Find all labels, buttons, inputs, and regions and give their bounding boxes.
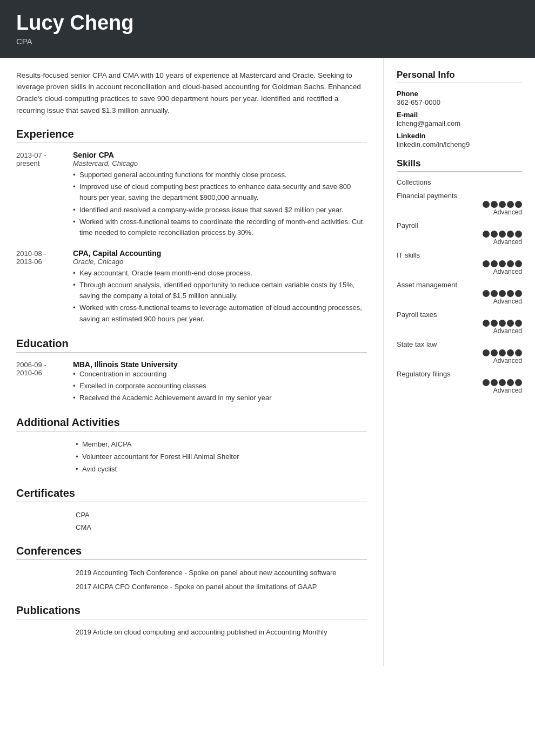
header: Lucy Cheng CPA	[0, 0, 535, 58]
skill-dot	[499, 231, 506, 238]
skill-dots-row	[397, 320, 522, 327]
cert-list: CPACMA	[16, 510, 367, 533]
skill-dot	[499, 379, 506, 386]
left-column: Results-focused senior CPA and CMA with …	[0, 58, 384, 666]
skill-name: State tax law	[397, 340, 522, 348]
experience-date: 2013-07 -present	[16, 151, 73, 239]
experience-date: 2010-08 -2013-06	[16, 249, 73, 326]
skill-dot	[499, 201, 506, 208]
experience-title: Experience	[16, 128, 367, 140]
skill-dots-row	[397, 231, 522, 238]
edu-bullet-item: Excelled in corporate accounting classes	[73, 381, 367, 392]
conf-item: 2019 Accounting Tech Conference - Spoke …	[76, 568, 367, 578]
edu-bullets: Concentration in accountingExcelled in c…	[73, 369, 367, 403]
skill-level: Advanced	[397, 357, 522, 364]
education-divider	[16, 352, 367, 353]
skill-dot	[515, 320, 522, 327]
linkedin-value: linkedin.com/in/lcheng9	[397, 140, 522, 148]
skill-dot	[507, 260, 514, 267]
publications-divider	[16, 619, 367, 619]
publications-section: Publications 2019 Article on cloud compu…	[16, 604, 367, 638]
skill-dot	[515, 290, 522, 297]
skill-dot	[515, 349, 522, 356]
skill-dot	[507, 349, 514, 356]
skill-item: Payroll taxes Advanced	[397, 310, 522, 335]
edu-bullet-item: Received the Academic Achievement award …	[73, 393, 367, 403]
activity-item: Member, AICPA	[76, 439, 367, 450]
experience-list: 2013-07 -present Senior CPA Mastercard, …	[16, 151, 367, 326]
skill-dot	[515, 201, 522, 208]
skill-dot	[483, 290, 490, 297]
main-layout: Results-focused senior CPA and CMA with …	[0, 58, 535, 666]
skill-item: Payroll Advanced	[397, 221, 522, 246]
conferences-section: Conferences 2019 Accounting Tech Confere…	[16, 545, 367, 592]
skill-dot	[499, 260, 506, 267]
skill-level: Advanced	[397, 327, 522, 335]
skill-name: IT skills	[397, 251, 522, 259]
skill-dot	[491, 320, 498, 327]
education-section: Education 2006-09 -2010-06 MBA, Illinois…	[16, 338, 367, 404]
skill-level: Advanced	[397, 387, 522, 394]
skill-item: Asset management Advanced	[397, 281, 522, 305]
cert-item: CPA	[76, 510, 367, 521]
skill-dot	[507, 290, 514, 297]
bullet-item: Improved use of cloud computing best pra…	[73, 181, 367, 203]
skills-title: Skills	[397, 158, 522, 169]
bullet-item: Key accountant, Oracle team month-end cl…	[73, 268, 367, 279]
skill-name: Collections	[397, 178, 522, 186]
bullet-item: Identified and resolved a company-wide p…	[73, 205, 367, 215]
experience-item: 2010-08 -2013-06 CPA, Capital Accounting…	[16, 249, 367, 326]
skills-divider	[397, 171, 522, 172]
skill-item: Collections	[397, 178, 522, 186]
skill-dot	[483, 349, 490, 356]
skill-item: Regulatory filings Advanced	[397, 370, 522, 394]
skill-dot	[515, 260, 522, 267]
bullet-item: Supported general accounting functions f…	[73, 170, 367, 180]
skill-name: Payroll taxes	[397, 310, 522, 319]
skill-dot	[507, 201, 514, 208]
job-title: CPA, Capital Accounting	[73, 249, 367, 258]
education-item: 2006-09 -2010-06 MBA, Illinois State Uni…	[16, 360, 367, 404]
skill-dot	[515, 379, 522, 386]
skill-level: Advanced	[397, 268, 522, 275]
personal-info-title: Personal Info	[397, 70, 522, 80]
experience-content: CPA, Capital Accounting Oracle, Chicago …	[73, 249, 367, 326]
activity-item: Avid cyclist	[76, 464, 367, 475]
skill-dot	[491, 290, 498, 297]
skill-dot	[483, 379, 490, 386]
skill-dot	[491, 260, 498, 267]
email-label: E-mail	[397, 111, 522, 119]
cert-item: CMA	[76, 522, 367, 533]
bullet-item: Worked with cross-functional teams to le…	[73, 302, 367, 324]
experience-divider	[16, 143, 367, 143]
pub-list: 2019 Article on cloud computing and acco…	[16, 627, 367, 638]
skill-level: Advanced	[397, 238, 522, 246]
skill-dots-row	[397, 260, 522, 267]
skill-name: Payroll	[397, 221, 522, 230]
skills-section: Skills Collections Financial payments Ad…	[397, 158, 522, 394]
skill-dots-row	[397, 379, 522, 386]
skill-item: Financial payments Advanced	[397, 192, 522, 216]
header-name: Lucy Cheng	[16, 12, 519, 35]
personal-info-section: Personal Info Phone 362-657-0000 E-mail …	[397, 70, 522, 148]
skill-dots-row	[397, 201, 522, 208]
skill-dot	[507, 320, 514, 327]
skill-dot	[499, 290, 506, 297]
skill-item: IT skills Advanced	[397, 251, 522, 275]
conferences-divider	[16, 559, 367, 560]
skill-dot	[483, 260, 490, 267]
education-content: MBA, Illinois State University Concentra…	[73, 360, 367, 404]
skill-level: Advanced	[397, 208, 522, 216]
publications-title: Publications	[16, 604, 367, 617]
skill-dot	[483, 320, 490, 327]
activities-divider	[16, 431, 367, 431]
phone-value: 362-657-0000	[397, 98, 522, 106]
skill-dots-row	[397, 349, 522, 356]
skill-dot	[483, 201, 490, 208]
skill-name: Regulatory filings	[397, 370, 522, 378]
certificates-divider	[16, 502, 367, 502]
skill-name: Asset management	[397, 281, 522, 289]
conf-list: 2019 Accounting Tech Conference - Spoke …	[16, 568, 367, 592]
education-title: Education	[16, 338, 367, 350]
skill-dot	[515, 231, 522, 238]
